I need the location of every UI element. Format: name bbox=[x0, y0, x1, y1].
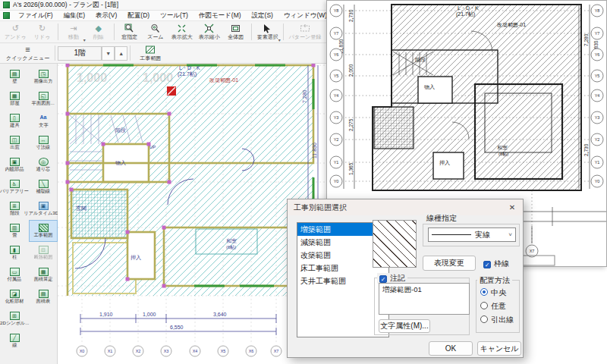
y2-right: Y2 bbox=[595, 137, 600, 142]
linetype-combobox[interactable]: 実線 ˅ bbox=[428, 228, 516, 242]
move-icon: ⇥ bbox=[70, 24, 77, 33]
quick-menu-button[interactable]: ≡ クイックメニュー bbox=[3, 43, 52, 63]
select-dropdown-icon[interactable]: ▾ bbox=[278, 37, 281, 42]
delete-icon: ◆ bbox=[95, 24, 101, 33]
app-icon bbox=[3, 2, 10, 8]
expression-change-button[interactable]: 表現変更 bbox=[423, 256, 476, 271]
x7-bubble-label: X7 bbox=[530, 249, 535, 253]
dim-3640: 3,640 bbox=[213, 312, 227, 317]
menu-tool[interactable]: ツール(T) bbox=[155, 11, 193, 20]
hamburger-icon: ≡ bbox=[25, 45, 30, 55]
overlay-hatch-area bbox=[373, 5, 581, 190]
char-attribute-button[interactable]: 文字属性(M)... bbox=[379, 319, 430, 333]
radio-any[interactable] bbox=[480, 302, 488, 309]
overlay-oshiire-label: 押入 bbox=[439, 160, 450, 166]
placement-any-radio-row[interactable]: 任意 bbox=[480, 301, 506, 312]
y7-left: Y7 bbox=[334, 31, 339, 36]
zoom-button[interactable]: ズーム bbox=[143, 21, 168, 42]
placement-leader-radio-row[interactable]: 引出線 bbox=[480, 315, 514, 325]
sidebar-item-fixture[interactable]: ▯建具 bbox=[0, 110, 29, 132]
sidebar-item-pillar[interactable]: ▮柱 bbox=[0, 242, 29, 264]
sidebar-item-baywindow[interactable]: ◫出窓 bbox=[0, 132, 29, 154]
dim-left-2275: 2,275 bbox=[348, 118, 354, 131]
sidebar-item-insulation-range[interactable]: ⊟断熱範囲 bbox=[29, 242, 58, 264]
x4-bubble-label: X4 bbox=[193, 349, 198, 353]
ldk-size-label: (21.7帖) bbox=[178, 71, 197, 77]
floor-selector[interactable]: 1階 bbox=[58, 46, 102, 61]
sidebar-item-interior-parts[interactable]: ▣内観部品 bbox=[0, 154, 29, 176]
placement-center-radio-row[interactable]: 中央 bbox=[480, 287, 506, 298]
frame-checkbox[interactable]: ✓ bbox=[483, 261, 491, 268]
x5-bubble-label: X5 bbox=[221, 349, 226, 353]
sidebar-item-text[interactable]: Aa文字 bbox=[29, 110, 58, 132]
y8-right: Y8 bbox=[595, 8, 600, 13]
redo-button[interactable]: ↻リドゥ bbox=[30, 21, 55, 42]
sidebar-item-tatami[interactable]: ▥畳 bbox=[0, 220, 29, 242]
sidebar-item-plan-drawing[interactable]: ◱平面図面... bbox=[29, 88, 58, 110]
y5-right: Y5 bbox=[595, 74, 600, 78]
washitsu-size-label: (6帖) bbox=[226, 245, 236, 250]
selection-marker[interactable] bbox=[167, 86, 176, 96]
area-table-icon: ▤ bbox=[39, 290, 49, 298]
undo-button[interactable]: ↺アンドゥ bbox=[2, 21, 30, 42]
sidebar-item-aux-line[interactable]: ╲補助線 bbox=[29, 176, 58, 198]
floor-down-button[interactable]: ▼ bbox=[102, 46, 115, 61]
element-select-button[interactable]: 要素選択 bbox=[254, 21, 281, 42]
insulation-range-icon: ⊟ bbox=[39, 246, 49, 254]
y4-right: Y4 bbox=[595, 93, 600, 98]
sidebar-item-room[interactable]: ▦部屋 bbox=[0, 88, 29, 110]
window-zoom-button[interactable]: 窓指定 bbox=[117, 21, 143, 42]
radio-leader[interactable] bbox=[480, 315, 488, 323]
zoom-out-view-button[interactable]: 表示縮小 bbox=[196, 21, 223, 42]
sidebar-item-wall[interactable]: ▤壁 bbox=[0, 66, 29, 88]
note-checkbox[interactable]: ✓ bbox=[379, 275, 387, 283]
delete-button[interactable]: ◆削除 bbox=[86, 21, 112, 42]
menu-window[interactable]: ウィンドウ(W) bbox=[278, 11, 332, 20]
pillar-icon: ▮ bbox=[10, 246, 20, 254]
bay-window-icon: ◫ bbox=[10, 136, 20, 144]
menu-settings[interactable]: 設定(S) bbox=[247, 11, 278, 20]
sidebar-item-dimension[interactable]: ↔寸法線 bbox=[29, 132, 58, 154]
sidebar-item-construction-range[interactable]: 工事範囲 bbox=[29, 220, 58, 242]
menu-drawmode[interactable]: 作図モード(M) bbox=[193, 11, 247, 20]
frame-line-checkbox-row[interactable]: ✓枠線 bbox=[483, 259, 509, 269]
redo-icon: ↻ bbox=[39, 24, 46, 33]
menu-place[interactable]: 配置(D) bbox=[122, 11, 155, 20]
sidebar-item-grid-axis[interactable]: ◎通り芯 bbox=[29, 154, 58, 176]
dialog-title-bar[interactable]: 工事別範囲選択 ✕ bbox=[288, 199, 523, 215]
zoom-in-view-button[interactable]: 表示拡大 bbox=[168, 21, 196, 42]
y2-left: Y2 bbox=[334, 137, 339, 142]
sidebar-item-realtime-3d[interactable]: ▣リアルタイム3D... bbox=[29, 198, 58, 220]
hatch-preview bbox=[373, 220, 417, 268]
sidebar-item-area-table[interactable]: ▤面積表 bbox=[29, 286, 58, 308]
door-icon: ▯ bbox=[10, 114, 20, 122]
construction-range-tool-button[interactable]: 工事範囲 bbox=[133, 43, 168, 63]
y0-left: Y0 bbox=[334, 179, 339, 184]
pattern-register-button[interactable]: パターン登録 bbox=[286, 21, 325, 42]
move-button[interactable]: ⇥移動 bbox=[61, 21, 86, 42]
note-text-field[interactable]: 増築範囲-01 bbox=[379, 283, 470, 315]
menu-view[interactable]: 表示(V) bbox=[90, 11, 122, 20]
radio-center-label: 中央 bbox=[491, 288, 506, 297]
sidebar-item-image-output[interactable]: ◳画像出力 bbox=[29, 66, 58, 88]
sidebar-item-line[interactable]: ╱線 bbox=[0, 330, 29, 352]
sidebar-item-barrier-free[interactable]: ♿バリアフリー bbox=[0, 176, 29, 198]
cancel-button[interactable]: キャンセル bbox=[477, 341, 521, 356]
sidebar-item-2d-symbol[interactable]: ⊞2Dシンボル... bbox=[0, 308, 29, 330]
sidebar-item-trim-parts[interactable]: ◪化粧部材 bbox=[0, 286, 29, 308]
sidebar-item-accessories[interactable]: ▭付属品 bbox=[0, 264, 29, 286]
dim-right-7280: 7,280 bbox=[583, 33, 589, 46]
menu-edit[interactable]: 編集(E) bbox=[58, 11, 90, 20]
menu-file[interactable]: ファイル(F) bbox=[13, 11, 58, 20]
app-icon-small bbox=[3, 12, 10, 19]
construction-range-icon bbox=[145, 45, 156, 55]
floor-up-button[interactable]: ▲ bbox=[115, 46, 127, 61]
sidebar-item-area-calc[interactable]: ▦面積算定 bbox=[29, 264, 58, 286]
oshiire-label: 押入 bbox=[131, 255, 141, 261]
ok-button[interactable]: OK bbox=[429, 341, 473, 356]
close-icon[interactable]: ✕ bbox=[507, 202, 517, 213]
entrance-floor bbox=[71, 190, 127, 238]
fit-view-button[interactable]: 全体図 bbox=[223, 21, 249, 42]
note-checkbox-row[interactable]: ✓注記 bbox=[377, 273, 407, 284]
radio-center[interactable] bbox=[480, 288, 488, 296]
